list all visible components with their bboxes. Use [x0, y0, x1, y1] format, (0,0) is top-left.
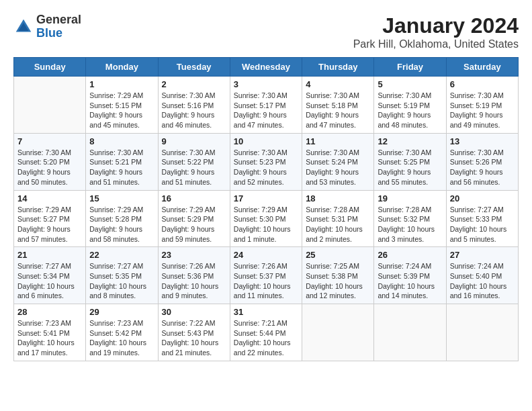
- day-info: Sunrise: 7:29 AMSunset: 5:15 PMDaylight:…: [89, 91, 154, 130]
- day-number: 8: [89, 136, 154, 146]
- calendar-cell: [446, 304, 518, 361]
- column-header-wednesday: Wednesday: [230, 58, 302, 77]
- page-subtitle: Park Hill, Oklahoma, United States: [353, 38, 519, 50]
- day-number: 14: [17, 193, 82, 203]
- day-number: 5: [378, 79, 442, 89]
- day-number: 29: [89, 307, 154, 317]
- calendar-cell: 10Sunrise: 7:30 AMSunset: 5:23 PMDayligh…: [230, 133, 302, 190]
- calendar-week-1: 1Sunrise: 7:29 AMSunset: 5:15 PMDaylight…: [14, 77, 519, 134]
- day-number: 25: [306, 250, 370, 260]
- calendar-cell: 1Sunrise: 7:29 AMSunset: 5:15 PMDaylight…: [86, 77, 158, 134]
- calendar-body: 1Sunrise: 7:29 AMSunset: 5:15 PMDaylight…: [14, 77, 519, 361]
- calendar-cell: 12Sunrise: 7:30 AMSunset: 5:25 PMDayligh…: [374, 133, 446, 190]
- calendar-cell: 25Sunrise: 7:25 AMSunset: 5:38 PMDayligh…: [302, 247, 374, 304]
- day-number: 19: [378, 193, 442, 203]
- calendar-week-5: 28Sunrise: 7:23 AMSunset: 5:41 PMDayligh…: [14, 304, 519, 361]
- day-number: 3: [234, 79, 298, 89]
- day-info: Sunrise: 7:29 AMSunset: 5:27 PMDaylight:…: [17, 205, 82, 244]
- calendar-cell: 26Sunrise: 7:24 AMSunset: 5:39 PMDayligh…: [374, 247, 446, 304]
- calendar-header: SundayMondayTuesdayWednesdayThursdayFrid…: [14, 58, 519, 77]
- title-area: January 2024 Park Hill, Oklahoma, United…: [353, 13, 519, 50]
- calendar-cell: 5Sunrise: 7:30 AMSunset: 5:19 PMDaylight…: [374, 77, 446, 134]
- day-number: 1: [89, 79, 154, 89]
- day-info: Sunrise: 7:30 AMSunset: 5:16 PMDaylight:…: [162, 91, 226, 130]
- day-number: 30: [162, 307, 226, 317]
- calendar-cell: 31Sunrise: 7:21 AMSunset: 5:44 PMDayligh…: [230, 304, 302, 361]
- day-info: Sunrise: 7:22 AMSunset: 5:43 PMDaylight:…: [162, 318, 226, 358]
- day-info: Sunrise: 7:27 AMSunset: 5:35 PMDaylight:…: [89, 261, 154, 301]
- day-number: 9: [162, 136, 226, 146]
- calendar-cell: 7Sunrise: 7:30 AMSunset: 5:20 PMDaylight…: [14, 133, 86, 190]
- calendar-cell: 21Sunrise: 7:27 AMSunset: 5:34 PMDayligh…: [14, 247, 86, 304]
- day-number: 22: [89, 250, 154, 260]
- day-number: 11: [306, 136, 370, 146]
- day-info: Sunrise: 7:24 AMSunset: 5:40 PMDaylight:…: [450, 261, 515, 301]
- day-number: 12: [378, 136, 442, 146]
- day-info: Sunrise: 7:26 AMSunset: 5:37 PMDaylight:…: [234, 261, 298, 301]
- day-info: Sunrise: 7:27 AMSunset: 5:33 PMDaylight:…: [450, 205, 515, 244]
- day-number: 28: [17, 307, 82, 317]
- calendar-cell: 15Sunrise: 7:29 AMSunset: 5:28 PMDayligh…: [86, 190, 158, 247]
- day-number: 31: [234, 307, 298, 317]
- day-info: Sunrise: 7:30 AMSunset: 5:22 PMDaylight:…: [162, 148, 226, 187]
- day-number: 13: [450, 136, 515, 146]
- calendar-cell: [374, 304, 446, 361]
- calendar-cell: 17Sunrise: 7:29 AMSunset: 5:30 PMDayligh…: [230, 190, 302, 247]
- day-info: Sunrise: 7:28 AMSunset: 5:32 PMDaylight:…: [378, 205, 442, 244]
- day-number: 15: [89, 193, 154, 203]
- calendar-cell: 16Sunrise: 7:29 AMSunset: 5:29 PMDayligh…: [158, 190, 230, 247]
- day-info: Sunrise: 7:30 AMSunset: 5:20 PMDaylight:…: [17, 148, 82, 187]
- calendar-cell: 22Sunrise: 7:27 AMSunset: 5:35 PMDayligh…: [86, 247, 158, 304]
- page-title: January 2024: [353, 13, 519, 38]
- logo-blue-text: Blue: [36, 26, 62, 40]
- day-number: 23: [162, 250, 226, 260]
- calendar-cell: 20Sunrise: 7:27 AMSunset: 5:33 PMDayligh…: [446, 190, 518, 247]
- day-number: 10: [234, 136, 298, 146]
- calendar-cell: 19Sunrise: 7:28 AMSunset: 5:32 PMDayligh…: [374, 190, 446, 247]
- day-info: Sunrise: 7:24 AMSunset: 5:39 PMDaylight:…: [378, 261, 442, 301]
- calendar-week-4: 21Sunrise: 7:27 AMSunset: 5:34 PMDayligh…: [14, 247, 519, 304]
- calendar-cell: 27Sunrise: 7:24 AMSunset: 5:40 PMDayligh…: [446, 247, 518, 304]
- day-number: 27: [450, 250, 515, 260]
- column-header-sunday: Sunday: [14, 58, 86, 77]
- calendar-cell: 29Sunrise: 7:23 AMSunset: 5:42 PMDayligh…: [86, 304, 158, 361]
- calendar-cell: 11Sunrise: 7:30 AMSunset: 5:24 PMDayligh…: [302, 133, 374, 190]
- calendar-cell: 9Sunrise: 7:30 AMSunset: 5:22 PMDaylight…: [158, 133, 230, 190]
- calendar-week-3: 14Sunrise: 7:29 AMSunset: 5:27 PMDayligh…: [14, 190, 519, 247]
- day-number: 7: [17, 136, 82, 146]
- day-info: Sunrise: 7:28 AMSunset: 5:31 PMDaylight:…: [306, 205, 370, 244]
- day-number: 18: [306, 193, 370, 203]
- day-info: Sunrise: 7:21 AMSunset: 5:44 PMDaylight:…: [234, 318, 298, 358]
- calendar-week-2: 7Sunrise: 7:30 AMSunset: 5:20 PMDaylight…: [14, 133, 519, 190]
- calendar-table: SundayMondayTuesdayWednesdayThursdayFrid…: [13, 57, 519, 361]
- day-number: 17: [234, 193, 298, 203]
- day-number: 20: [450, 193, 515, 203]
- calendar-cell: 13Sunrise: 7:30 AMSunset: 5:26 PMDayligh…: [446, 133, 518, 190]
- column-header-monday: Monday: [86, 58, 158, 77]
- calendar-cell: 14Sunrise: 7:29 AMSunset: 5:27 PMDayligh…: [14, 190, 86, 247]
- calendar-cell: 4Sunrise: 7:30 AMSunset: 5:18 PMDaylight…: [302, 77, 374, 134]
- day-number: 6: [450, 79, 515, 89]
- day-info: Sunrise: 7:30 AMSunset: 5:24 PMDaylight:…: [306, 148, 370, 187]
- day-info: Sunrise: 7:26 AMSunset: 5:36 PMDaylight:…: [162, 261, 226, 301]
- day-info: Sunrise: 7:30 AMSunset: 5:25 PMDaylight:…: [378, 148, 442, 187]
- calendar-cell: 6Sunrise: 7:30 AMSunset: 5:19 PMDaylight…: [446, 77, 518, 134]
- page-header: General Blue January 2024 Park Hill, Okl…: [13, 13, 519, 50]
- calendar-cell: 2Sunrise: 7:30 AMSunset: 5:16 PMDaylight…: [158, 77, 230, 134]
- day-info: Sunrise: 7:30 AMSunset: 5:23 PMDaylight:…: [234, 148, 298, 187]
- day-info: Sunrise: 7:23 AMSunset: 5:41 PMDaylight:…: [17, 318, 82, 358]
- calendar-cell: 8Sunrise: 7:30 AMSunset: 5:21 PMDaylight…: [86, 133, 158, 190]
- logo: General Blue: [13, 13, 81, 40]
- column-header-thursday: Thursday: [302, 58, 374, 77]
- day-info: Sunrise: 7:30 AMSunset: 5:21 PMDaylight:…: [89, 148, 154, 187]
- day-info: Sunrise: 7:29 AMSunset: 5:30 PMDaylight:…: [234, 205, 298, 244]
- day-number: 26: [378, 250, 442, 260]
- header-row: SundayMondayTuesdayWednesdayThursdayFrid…: [14, 58, 519, 77]
- day-number: 21: [17, 250, 82, 260]
- day-number: 16: [162, 193, 226, 203]
- column-header-tuesday: Tuesday: [158, 58, 230, 77]
- day-number: 4: [306, 79, 370, 89]
- day-info: Sunrise: 7:30 AMSunset: 5:19 PMDaylight:…: [450, 91, 515, 130]
- day-info: Sunrise: 7:30 AMSunset: 5:18 PMDaylight:…: [306, 91, 370, 130]
- day-info: Sunrise: 7:29 AMSunset: 5:28 PMDaylight:…: [89, 205, 154, 244]
